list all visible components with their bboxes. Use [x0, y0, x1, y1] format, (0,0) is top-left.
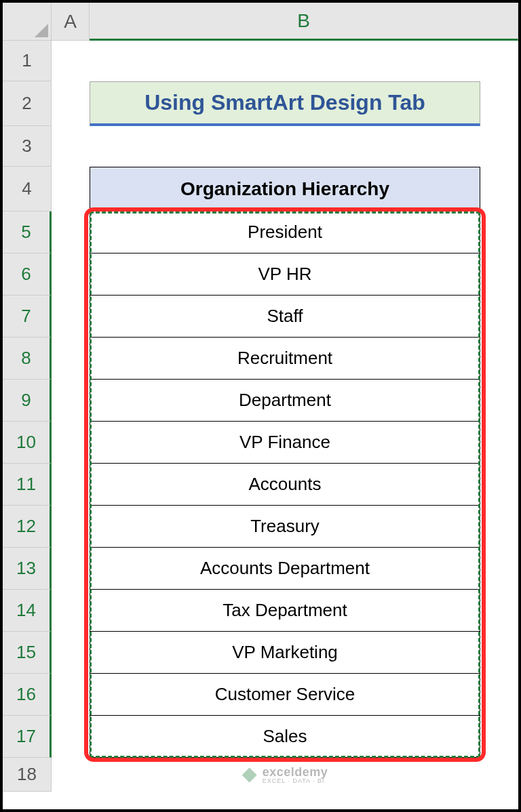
watermark-text: exceldemy EXCEL · DATA · BI: [263, 766, 328, 784]
row-header-1[interactable]: 1: [3, 41, 52, 81]
row-label: 5: [21, 222, 31, 243]
cell-text: Customer Service: [215, 684, 355, 705]
row-label: 10: [16, 432, 36, 453]
table-row[interactable]: Accounts: [90, 464, 480, 506]
row-label: 13: [16, 558, 36, 579]
row-label: 17: [16, 726, 36, 747]
table-row[interactable]: Tax Department: [90, 590, 480, 632]
watermark-icon: [242, 768, 257, 783]
row-label: 9: [21, 390, 31, 411]
cell-text: Recruitment: [237, 348, 332, 369]
svg-marker-0: [35, 24, 48, 37]
row-label: 15: [16, 642, 36, 663]
cell-text: Accounts Department: [200, 558, 370, 579]
col-label: A: [64, 11, 77, 33]
row-label: 14: [16, 600, 36, 621]
row-header-17[interactable]: 17: [3, 716, 52, 758]
table-row[interactable]: Department: [90, 380, 480, 422]
select-all-corner[interactable]: [3, 3, 52, 41]
table-row[interactable]: Treasury: [90, 506, 480, 548]
table-row[interactable]: Accounts Department: [90, 548, 480, 590]
row-header-2[interactable]: 2: [3, 81, 52, 126]
table-row[interactable]: VP Marketing: [90, 632, 480, 674]
row-header-14[interactable]: 14: [3, 590, 52, 632]
title-cell[interactable]: Using SmartArt Design Tab: [90, 81, 480, 126]
watermark: exceldemy EXCEL · DATA · BI: [242, 766, 328, 784]
table-row[interactable]: Sales: [90, 716, 480, 758]
cell-text: VP Marketing: [232, 642, 338, 663]
row-label: 12: [16, 516, 36, 537]
row-header-10[interactable]: 10: [3, 422, 52, 464]
spreadsheet: A B Using SmartArt Design Tab Organizati…: [3, 3, 518, 809]
column-header-A[interactable]: A: [52, 3, 90, 41]
cell-text: Tax Department: [223, 600, 347, 621]
row-header-4[interactable]: 4: [3, 167, 52, 211]
row-header-13[interactable]: 13: [3, 548, 52, 590]
cell-area: Using SmartArt Design Tab Organization H…: [52, 41, 518, 809]
row-label: 11: [16, 474, 36, 495]
table-header-cell[interactable]: Organization Hierarchy: [90, 167, 480, 211]
table-row[interactable]: Customer Service: [90, 674, 480, 716]
row-label: 3: [22, 136, 31, 157]
cell-text: Staff: [267, 306, 303, 327]
title-text: Using SmartArt Design Tab: [144, 90, 425, 115]
row-label: 2: [22, 93, 31, 114]
cell-text: Sales: [263, 726, 307, 747]
row-header-18[interactable]: 18: [3, 758, 52, 792]
cell-text: President: [248, 222, 322, 243]
row-header-11[interactable]: 11: [3, 464, 52, 506]
table-row[interactable]: Staff: [90, 296, 480, 338]
row-header-3[interactable]: 3: [3, 126, 52, 167]
row-label: 4: [22, 178, 31, 199]
select-all-icon: [35, 24, 48, 37]
col-label: B: [297, 10, 310, 32]
table-row[interactable]: Recruitment: [90, 338, 480, 380]
column-header-B[interactable]: B: [90, 3, 518, 41]
cell-text: Department: [239, 390, 331, 411]
row-header-16[interactable]: 16: [3, 674, 52, 716]
table-header-text: Organization Hierarchy: [180, 178, 389, 200]
table-row[interactable]: VP HR: [90, 253, 480, 296]
row-header-8[interactable]: 8: [3, 338, 52, 380]
cell-text: Accounts: [249, 474, 322, 495]
row-header-15[interactable]: 15: [3, 632, 52, 674]
row-header-12[interactable]: 12: [3, 506, 52, 548]
table-row[interactable]: VP Finance: [90, 422, 480, 464]
row-header-6[interactable]: 6: [3, 253, 52, 296]
row-header-7[interactable]: 7: [3, 296, 52, 338]
table-row[interactable]: President: [90, 211, 480, 253]
cell-text: Treasury: [250, 516, 320, 537]
row-label: 18: [17, 764, 37, 785]
row-label: 7: [21, 306, 31, 327]
row-label: 1: [22, 50, 31, 71]
row-label: 16: [16, 684, 36, 705]
cell-text: VP Finance: [239, 432, 330, 453]
row-label: 6: [21, 264, 31, 285]
row-label: 8: [21, 348, 31, 369]
row-header-9[interactable]: 9: [3, 380, 52, 422]
cell-text: VP HR: [258, 264, 312, 285]
row-header-5[interactable]: 5: [3, 211, 52, 253]
